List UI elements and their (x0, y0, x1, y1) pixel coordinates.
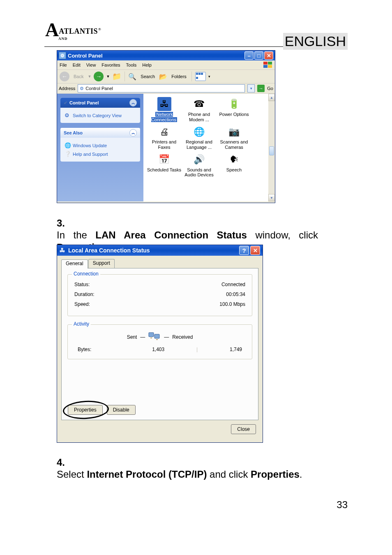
properties-button[interactable]: Properties (68, 405, 103, 415)
item-sounds[interactable]: 🔊 Sounds and Audio Devices (182, 153, 217, 178)
close-button[interactable]: ✕ (250, 246, 260, 255)
maximize-button[interactable]: □ (254, 51, 263, 60)
help-support-label: Help and Support (73, 152, 108, 157)
address-bar: Address ⚙ Control Panel ▾ → Go (57, 83, 275, 94)
status-value: Connected (221, 282, 245, 287)
forward-history-dropdown[interactable]: ▼ (106, 74, 110, 79)
bytes-sent-value: 1,403 (152, 347, 164, 352)
vertical-divider: | (196, 347, 198, 352)
scroll-down-button[interactable]: ▼ (268, 194, 275, 201)
help-support-link[interactable]: ❔ Help and Support (65, 150, 136, 158)
svg-rect-1 (268, 62, 272, 65)
activity-legend: Activity (72, 321, 91, 327)
views-button[interactable] (195, 72, 206, 81)
item-network-connections[interactable]: 🖧 Network Connections (147, 97, 182, 122)
menu-file[interactable]: File (60, 62, 67, 67)
toolbar-separator (125, 72, 125, 81)
folders-button[interactable]: Folders (170, 74, 188, 79)
tab-support[interactable]: Support (88, 259, 115, 268)
category-view-icon: ⚙ (65, 112, 70, 118)
item-label: Power Options (219, 112, 249, 117)
chevron-up-icon[interactable]: ︽ (129, 129, 137, 136)
item-label: Scheduled Tasks (147, 167, 181, 172)
control-panel-icon: ⚙ (59, 52, 66, 59)
menu-favorites[interactable]: Favorites (101, 62, 120, 67)
go-button[interactable]: → (257, 85, 265, 92)
item-speech[interactable]: 🗣 Speech (217, 153, 251, 178)
scanners-icon: 📷 (227, 125, 241, 139)
window-titlebar[interactable]: ⚙ Control Panel – □ ✕ (57, 51, 275, 60)
menu-bar: File Edit View Favorites Tools Help (57, 60, 275, 70)
bytes-label: Bytes: (78, 347, 91, 352)
windows-update-label: Windows Update (73, 143, 107, 148)
svg-rect-4 (149, 333, 154, 337)
help-button[interactable]: ? (239, 246, 249, 255)
item-phone-modem[interactable]: ☎ Phone and Modem ... (182, 97, 217, 122)
panel-header-see-also[interactable]: See Also ︽ (60, 128, 140, 138)
item-printers-faxes[interactable]: 🖨 Printers and Faxes (147, 125, 182, 150)
svg-rect-7 (156, 339, 158, 340)
minimize-button[interactable]: – (244, 51, 254, 60)
speech-icon: 🗣 (227, 153, 241, 166)
menu-help[interactable]: Help (142, 62, 152, 67)
item-regional-language[interactable]: 🌐 Regional and Language ... (182, 125, 217, 150)
up-folder-button[interactable]: 📁 (112, 72, 121, 81)
switch-category-view-link[interactable]: ⚙ Switch to Category View (65, 111, 136, 120)
back-label: Back (72, 74, 85, 79)
step4-number: 4. (57, 457, 84, 468)
item-label: Network Connections (151, 112, 177, 122)
language-badge: ENGLISH (283, 33, 348, 50)
menu-tools[interactable]: Tools (126, 62, 137, 67)
item-label: Sounds and Audio Devices (184, 167, 213, 178)
back-history-dropdown[interactable]: ▼ (88, 74, 91, 79)
tab-general[interactable]: General (61, 259, 88, 268)
close-button[interactable]: ✕ (264, 51, 273, 60)
disable-button[interactable]: Disable (107, 405, 136, 415)
tab-pane-general: Connection Status: Connected Duration: 0… (61, 268, 258, 420)
panel1-link-label: Switch to Category View (73, 113, 122, 118)
item-scheduled-tasks[interactable]: 📅 Scheduled Tasks (147, 153, 182, 178)
forward-button[interactable]: → (94, 72, 104, 81)
step3-text-mid: window, click (247, 229, 318, 240)
icon-view: 🖧 Network Connections ☎ Phone and Modem … (143, 94, 275, 201)
menu-edit[interactable]: Edit (73, 62, 81, 67)
brand-text: ATLANTIS (59, 27, 98, 35)
windows-flag-icon (263, 62, 272, 68)
chevron-up-icon[interactable]: ︽ (129, 99, 137, 106)
step4-bold2: Properties (251, 469, 300, 480)
search-button[interactable]: Search (139, 74, 157, 79)
views-dropdown[interactable]: ▾ (208, 74, 210, 79)
control-panel-icon: ⚙ (80, 86, 84, 91)
connection-status-dialog: 🖧 Local Area Connection Status ? ✕ Gener… (57, 245, 263, 443)
vertical-scrollbar[interactable]: ▲ ▼ (268, 94, 275, 201)
svg-rect-3 (268, 65, 272, 68)
activity-monitors-icon (148, 331, 161, 342)
step4-text-mid: and click (207, 469, 251, 480)
activity-group: Activity Sent — — Received (67, 324, 252, 359)
sent-label: Sent (127, 334, 137, 340)
duration-label: Duration: (74, 291, 95, 297)
scrollbar-track[interactable] (268, 101, 275, 194)
help-icon: ❔ (65, 151, 70, 157)
item-scanners-cameras[interactable]: 📷 Scanners and Cameras (217, 125, 251, 150)
windows-update-link[interactable]: 🌐 Windows Update (65, 141, 136, 150)
item-label: Phone and Modem ... (188, 112, 210, 122)
menu-view[interactable]: View (86, 62, 96, 67)
item-power-options[interactable]: 🔋 Power Options (217, 97, 251, 122)
item-label: Printers and Faxes (152, 139, 176, 150)
svg-rect-5 (154, 334, 159, 338)
network-connections-icon: 🖧 (157, 97, 171, 111)
duration-value: 00:05:34 (226, 291, 245, 297)
svg-rect-6 (150, 338, 152, 338)
scrollbar-thumb[interactable] (269, 146, 274, 155)
network-icon: 🖧 (60, 247, 66, 254)
item-label: Regional and Language ... (186, 139, 212, 150)
close-dialog-button[interactable]: Close (231, 424, 256, 434)
scroll-up-button[interactable]: ▲ (268, 94, 275, 101)
address-input[interactable]: ⚙ Control Panel (78, 84, 245, 92)
address-dropdown[interactable]: ▾ (247, 84, 255, 92)
panel-header-control-panel[interactable]: ✔ Control Panel ︽ (60, 98, 140, 108)
step-4: 4. Select Internet Protocol (TCP/IP) and… (57, 457, 348, 481)
dialog-titlebar[interactable]: 🖧 Local Area Connection Status ? ✕ (57, 245, 263, 256)
dash-icon: — (140, 334, 145, 340)
